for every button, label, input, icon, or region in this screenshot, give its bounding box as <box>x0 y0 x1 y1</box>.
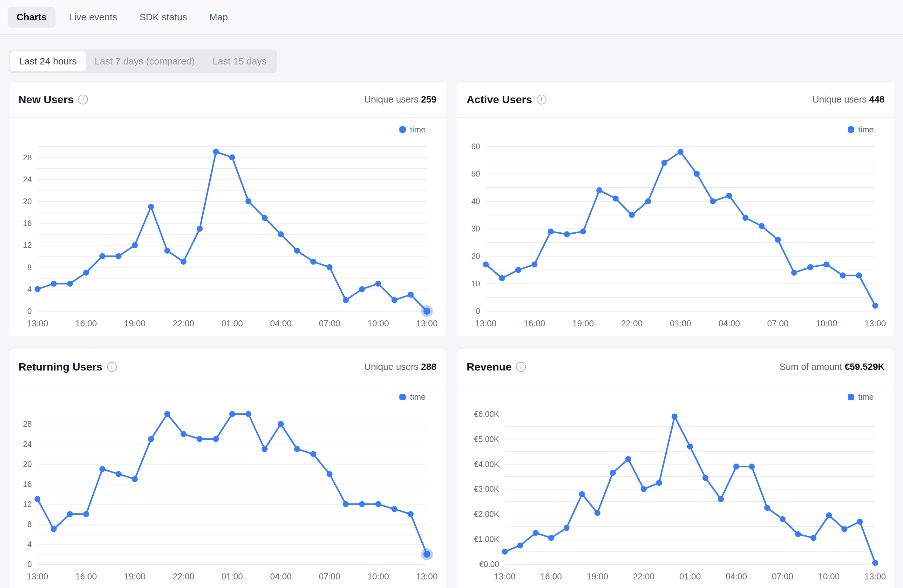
svg-text:16:00: 16:00 <box>540 572 562 581</box>
svg-text:60: 60 <box>471 142 480 151</box>
range-last-7-days-compared[interactable]: Last 7 days (compared) <box>86 51 204 71</box>
svg-text:24: 24 <box>23 439 32 448</box>
returning-users-summary: Unique users288 <box>364 362 436 372</box>
legend-swatch-icon <box>400 126 406 133</box>
svg-text:20: 20 <box>471 252 480 261</box>
top-nav: Charts Live events SDK status Map <box>0 0 903 35</box>
legend-swatch-icon <box>848 394 854 400</box>
svg-text:50: 50 <box>471 169 480 178</box>
svg-text:13:00: 13:00 <box>864 572 886 581</box>
tab-live-events[interactable]: Live events <box>60 7 126 28</box>
svg-text:01:00: 01:00 <box>670 319 691 328</box>
svg-text:20: 20 <box>23 459 32 468</box>
summary-label: Unique users <box>364 94 418 105</box>
svg-text:30: 30 <box>471 224 480 233</box>
info-icon[interactable]: i <box>107 362 117 372</box>
charts-grid: New Users i Unique users259 time 0481216… <box>0 81 903 588</box>
range-last-24-hours[interactable]: Last 24 hours <box>10 51 86 71</box>
svg-text:04:00: 04:00 <box>270 319 291 328</box>
svg-text:01:00: 01:00 <box>222 319 243 328</box>
svg-text:€3.00K: €3.00K <box>474 485 499 493</box>
svg-text:€0.00: €0.00 <box>479 560 499 569</box>
active-users-chart-block: time 010203040506013:0016:0019:0022:0001… <box>457 118 894 337</box>
svg-text:13:00: 13:00 <box>27 572 48 581</box>
svg-text:13:00: 13:00 <box>494 572 515 581</box>
svg-text:07:00: 07:00 <box>767 319 788 328</box>
svg-text:13:00: 13:00 <box>475 319 496 328</box>
new-users-chart[interactable]: 048121620242813:0016:0019:0022:0001:0004… <box>17 135 439 337</box>
legend-label: time <box>410 125 425 135</box>
legend-label: time <box>858 125 874 135</box>
svg-text:13:00: 13:00 <box>416 572 437 581</box>
svg-text:28: 28 <box>23 419 32 428</box>
svg-text:22:00: 22:00 <box>621 319 642 328</box>
chart-legend[interactable]: time <box>17 392 426 403</box>
active-users-chart[interactable]: 010203040506013:0016:0019:0022:0001:0004… <box>465 135 887 337</box>
revenue-summary: Sum of amount€59.529K <box>780 362 884 372</box>
svg-text:19:00: 19:00 <box>124 319 146 328</box>
summary-value: €59.529K <box>845 362 884 372</box>
tab-charts[interactable]: Charts <box>8 7 56 28</box>
active-users-title: Active Users <box>467 93 532 106</box>
svg-text:07:00: 07:00 <box>772 572 793 581</box>
svg-text:16:00: 16:00 <box>75 319 97 328</box>
svg-text:07:00: 07:00 <box>319 572 340 581</box>
revenue-chart[interactable]: €0.00€1.00K€2.00K€3.00K€4.00K€5.00K€6.00… <box>465 403 887 588</box>
chart-legend[interactable]: time <box>465 392 874 403</box>
svg-text:€4.00K: €4.00K <box>474 459 499 468</box>
svg-text:€2.00K: €2.00K <box>474 510 499 519</box>
legend-label: time <box>858 392 874 402</box>
svg-text:8: 8 <box>27 520 32 528</box>
info-icon[interactable]: i <box>78 95 88 105</box>
chart-legend[interactable]: time <box>17 124 426 135</box>
svg-text:10:00: 10:00 <box>818 572 840 581</box>
svg-text:04:00: 04:00 <box>270 572 291 581</box>
svg-text:04:00: 04:00 <box>725 572 747 581</box>
active-users-summary: Unique users448 <box>812 94 884 105</box>
returning-users-card-header: Returning Users i Unique users288 <box>9 349 446 386</box>
svg-text:01:00: 01:00 <box>222 572 243 581</box>
svg-text:10:00: 10:00 <box>368 572 389 581</box>
summary-label: Unique users <box>812 94 867 105</box>
range-last-15-days[interactable]: Last 15 days <box>204 51 275 71</box>
svg-text:13:00: 13:00 <box>416 319 437 328</box>
svg-text:10:00: 10:00 <box>368 319 389 328</box>
new-users-card-header: New Users i Unique users259 <box>9 82 446 118</box>
tab-sdk-status[interactable]: SDK status <box>131 7 196 28</box>
svg-text:8: 8 <box>27 263 32 272</box>
tab-map[interactable]: Map <box>200 7 237 28</box>
summary-value: 288 <box>421 362 436 372</box>
svg-text:13:00: 13:00 <box>27 319 48 328</box>
summary-value: 259 <box>421 94 436 105</box>
time-range-toolbar: Last 24 hours Last 7 days (compared) Las… <box>9 50 894 73</box>
svg-text:€5.00K: €5.00K <box>474 435 499 444</box>
svg-text:16: 16 <box>23 480 32 488</box>
returning-users-chart-block: time 048121620242813:0016:0019:0022:0001… <box>9 386 446 588</box>
revenue-card: Revenue i Sum of amount€59.529K time €0.… <box>457 349 895 588</box>
chart-legend[interactable]: time <box>465 124 874 135</box>
svg-text:4: 4 <box>27 540 32 549</box>
summary-label: Sum of amount <box>780 362 842 372</box>
returning-users-chart[interactable]: 048121620242813:0016:0019:0022:0001:0004… <box>17 403 439 588</box>
info-icon[interactable]: i <box>516 362 526 372</box>
summary-label: Unique users <box>364 362 418 372</box>
svg-text:10: 10 <box>471 279 480 288</box>
svg-text:0: 0 <box>476 307 480 315</box>
returning-users-card: Returning Users i Unique users288 time 0… <box>9 349 447 588</box>
svg-text:01:00: 01:00 <box>679 572 700 581</box>
active-users-card-header: Active Users i Unique users448 <box>457 82 894 118</box>
new-users-card: New Users i Unique users259 time 0481216… <box>9 81 447 337</box>
svg-text:07:00: 07:00 <box>319 319 340 328</box>
svg-text:€1.00K: €1.00K <box>474 535 499 544</box>
new-users-title: New Users <box>19 93 74 106</box>
svg-text:28: 28 <box>23 153 32 162</box>
svg-text:19:00: 19:00 <box>124 572 146 581</box>
svg-text:22:00: 22:00 <box>173 319 194 328</box>
svg-text:4: 4 <box>27 285 32 294</box>
new-users-chart-block: time 048121620242813:0016:0019:0022:0001… <box>9 118 446 337</box>
svg-text:€6.00K: €6.00K <box>474 409 499 419</box>
info-icon[interactable]: i <box>536 95 546 105</box>
revenue-card-header: Revenue i Sum of amount€59.529K <box>457 349 894 386</box>
svg-text:20: 20 <box>23 197 32 206</box>
svg-text:22:00: 22:00 <box>173 572 194 581</box>
